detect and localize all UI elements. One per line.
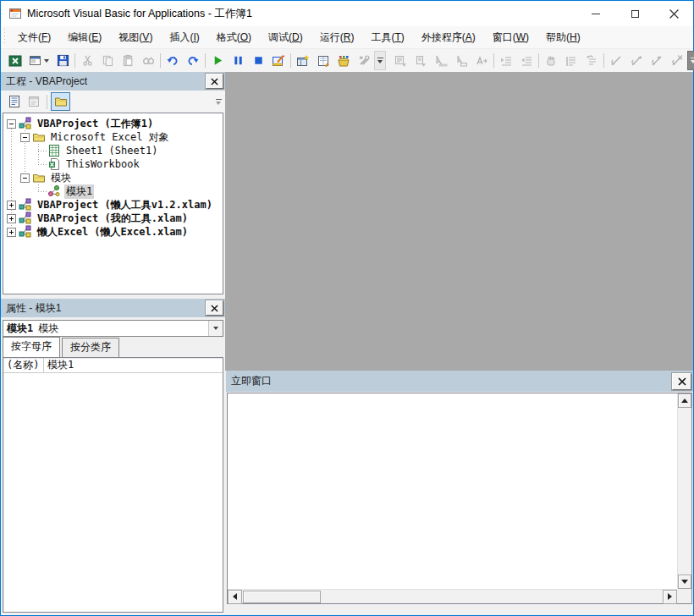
immediate-window-close-button[interactable] (672, 373, 691, 390)
menu-edit[interactable]: 编辑(E) (59, 27, 110, 48)
insert-userform-button[interactable] (25, 51, 52, 70)
paste-button[interactable] (118, 51, 138, 70)
scroll-down-button[interactable] (678, 575, 691, 589)
scroll-right-icon (668, 593, 672, 600)
expand-icon[interactable] (7, 228, 16, 237)
maximize-button[interactable] (615, 1, 654, 26)
menu-grip[interactable] (3, 29, 7, 46)
view-microsoft-excel-button[interactable] (5, 51, 25, 70)
properties-window-button[interactable] (313, 51, 333, 70)
tree-item-label[interactable]: VBAProject (懒人工具v1.2.xlam) (36, 198, 214, 212)
menu-run[interactable]: 运行(R) (311, 27, 363, 48)
menu-file[interactable]: 文件(F) (9, 27, 59, 48)
tree-row[interactable]: 模块1 (3, 184, 223, 198)
run-button[interactable] (207, 51, 228, 70)
collapse-icon[interactable] (20, 173, 30, 183)
undo-button[interactable] (162, 51, 183, 70)
toggle-bookmark-button[interactable] (606, 51, 626, 70)
properties-panel-close-button[interactable] (206, 300, 223, 316)
expand-icon[interactable] (7, 201, 16, 210)
tree-item-label[interactable]: ThisWorkbook (64, 158, 141, 170)
tree-row[interactable]: VBAProject (我的工具.xlam) (3, 212, 223, 225)
window-title: Microsoft Visual Basic for Applications … (27, 7, 252, 21)
horizontal-scroll-thumb[interactable] (243, 591, 321, 603)
previous-bookmark-button[interactable] (647, 51, 667, 70)
list-constants-button[interactable] (410, 51, 431, 70)
insert-dropdown-icon[interactable] (44, 59, 49, 63)
tree-row[interactable]: 懒人Excel (懒人Excel.xlam) (3, 225, 223, 239)
clear-all-bookmarks-button[interactable] (667, 51, 687, 70)
menu-insert[interactable]: 插入(I) (161, 27, 207, 48)
collapse-icon[interactable] (20, 133, 30, 142)
toolbox-button[interactable] (354, 51, 374, 70)
project-toolbar-options-button[interactable] (213, 93, 223, 110)
object-browser-button[interactable] (333, 51, 354, 70)
minimize-button[interactable] (576, 1, 615, 26)
view-object-button[interactable] (24, 92, 43, 111)
object-selector-dropdown-button[interactable] (208, 321, 223, 336)
view-code-button[interactable] (4, 92, 24, 111)
tab-categorized[interactable]: 按分类序 (62, 338, 119, 357)
menu-format[interactable]: 格式(O) (208, 27, 260, 48)
toggle-folders-button[interactable] (51, 92, 70, 111)
menu-debug[interactable]: 调试(D) (260, 27, 311, 48)
cut-button[interactable] (77, 51, 97, 70)
scroll-up-button[interactable] (678, 393, 691, 408)
design-mode-button[interactable] (268, 51, 289, 70)
project-panel-close-button[interactable] (206, 74, 223, 89)
menu-window[interactable]: 窗口(W) (484, 27, 537, 48)
find-button[interactable] (138, 51, 158, 70)
menu-tools[interactable]: 工具(T) (362, 27, 412, 48)
tree-row[interactable]: Microsoft Excel 对象 (3, 130, 223, 144)
list-properties-methods-button[interactable] (390, 51, 410, 70)
object-selector[interactable]: 模块1 模块 (3, 320, 223, 337)
complete-word-button[interactable] (471, 51, 492, 70)
uncomment-block-button[interactable] (581, 51, 602, 70)
property-value-cell[interactable]: 模块1 (44, 358, 74, 372)
comment-block-button[interactable] (561, 51, 581, 70)
tree-item-label[interactable]: 模块 (49, 171, 73, 185)
edit-toolbar-options-button[interactable] (687, 51, 694, 70)
tree-row[interactable]: VBAProject (懒人工具v1.2.xlam) (3, 198, 223, 212)
quick-info-button[interactable] (431, 51, 451, 70)
indent-button[interactable] (496, 51, 516, 70)
tree-row[interactable]: VBAProject (工作簿1) (3, 117, 223, 130)
tree-row[interactable]: Sheet1 (Sheet1) (3, 144, 223, 157)
parameter-info-button[interactable] (451, 51, 471, 70)
menu-addins[interactable]: 外接程序(A) (413, 27, 484, 48)
tab-alphabetic[interactable]: 按字母序 (3, 337, 60, 357)
immediate-window-content[interactable] (227, 393, 692, 604)
project-explorer-button[interactable] (293, 51, 313, 70)
redo-button[interactable] (183, 51, 203, 70)
reset-button[interactable] (248, 51, 268, 70)
toggle-breakpoint-button[interactable] (541, 51, 561, 70)
tree-item-label[interactable]: 模块1 (64, 184, 94, 199)
scroll-left-button[interactable] (228, 590, 242, 604)
property-name-cell[interactable]: (名称) (3, 358, 44, 372)
outdent-button[interactable] (516, 51, 537, 70)
tree-item-label[interactable]: Microsoft Excel 对象 (49, 130, 171, 145)
toolbar-separator (160, 53, 161, 68)
close-button[interactable] (654, 1, 693, 26)
tree-item-label[interactable]: 懒人Excel (懒人Excel.xlam) (36, 225, 190, 239)
horizontal-scrollbar[interactable] (228, 589, 677, 603)
complete-word-icon (475, 54, 488, 68)
tree-item-label[interactable]: Sheet1 (Sheet1) (64, 145, 159, 157)
next-bookmark-button[interactable] (626, 51, 647, 70)
vertical-scrollbar[interactable] (677, 393, 691, 589)
standard-toolbar-options-button[interactable] (374, 51, 386, 70)
break-button[interactable] (228, 51, 248, 70)
tree-item-label[interactable]: VBAProject (我的工具.xlam) (36, 212, 190, 226)
expand-icon[interactable] (7, 214, 16, 223)
scroll-right-button[interactable] (663, 590, 677, 604)
paste-icon (122, 54, 135, 67)
menu-help[interactable]: 帮助(H) (537, 27, 589, 48)
save-button[interactable] (52, 51, 73, 70)
tree-row[interactable]: ThisWorkbook (3, 157, 223, 171)
tree-item-label[interactable]: VBAProject (工作簿1) (36, 117, 155, 131)
property-row[interactable]: (名称) 模块1 (3, 358, 223, 373)
tree-row[interactable]: 模块 (3, 171, 223, 184)
copy-button[interactable] (97, 51, 118, 70)
menu-view[interactable]: 视图(V) (110, 27, 161, 48)
collapse-icon[interactable] (7, 119, 16, 129)
